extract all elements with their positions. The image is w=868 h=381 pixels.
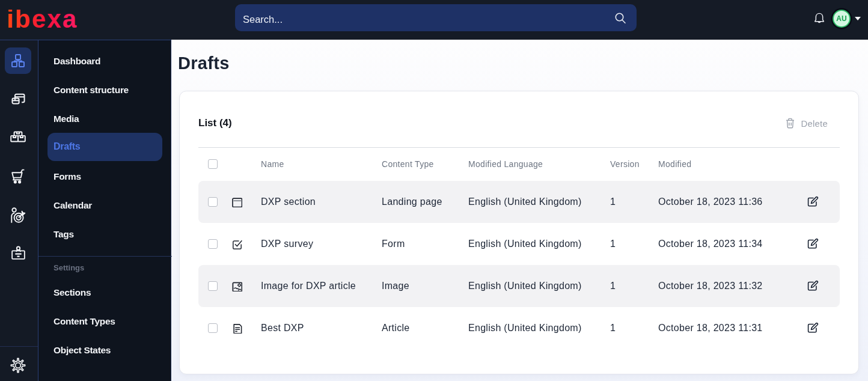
svg-text:ibexa: ibexa	[7, 10, 78, 31]
